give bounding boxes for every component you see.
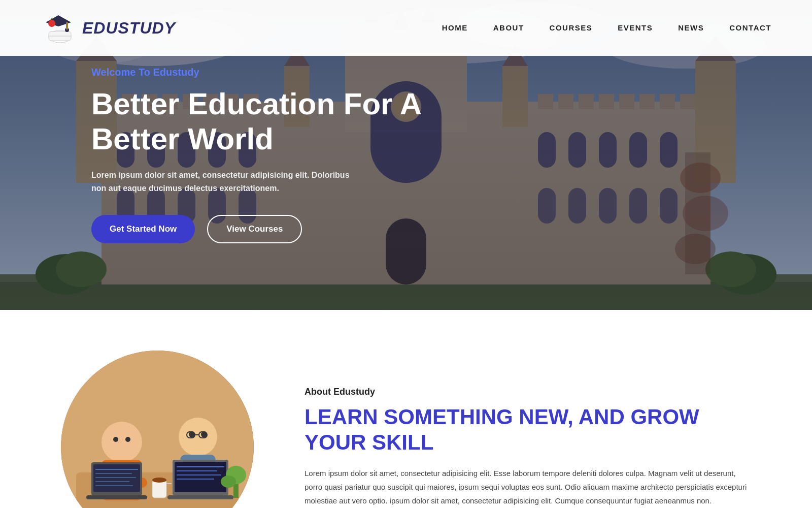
svg-point-95 — [101, 422, 142, 462]
hero-title: Better Education For A Better World — [91, 86, 447, 156]
svg-point-127 — [221, 475, 236, 488]
about-text-content: About Edustudy LEARN SOMETHING NEW, AND … — [304, 387, 751, 508]
nav-item-news[interactable]: NEWS — [678, 23, 704, 33]
nav-item-courses[interactable]: COURSES — [550, 23, 593, 33]
nav-item-about[interactable]: ABOUT — [493, 23, 524, 33]
svg-rect-102 — [86, 495, 147, 499]
hero-description: Lorem ipsum dolor sit amet, consectetur … — [91, 169, 355, 195]
svg-point-96 — [113, 437, 118, 442]
get-started-button[interactable]: Get Started Now — [91, 215, 195, 243]
nav-link-contact[interactable]: CONTACT — [729, 23, 771, 32]
about-heading: LEARN SOMETHING NEW, AND GROW YOUR SKILL — [304, 404, 751, 456]
nav-link-courses[interactable]: COURSES — [550, 23, 593, 32]
logo[interactable]: EDUSTUDY — [41, 10, 176, 46]
hero-subtitle: Welcome To Edustudy — [91, 67, 447, 78]
about-illustration — [61, 351, 254, 508]
view-courses-button[interactable]: View Courses — [207, 215, 302, 243]
logo-icon — [41, 10, 76, 46]
hero-buttons: Get Started Now View Courses — [91, 215, 447, 243]
svg-point-123 — [152, 478, 166, 483]
nav-item-events[interactable]: EVENTS — [618, 23, 653, 33]
navbar: EDUSTUDY HOME ABOUT COURSES EVENTS NEWS … — [0, 0, 812, 56]
svg-point-97 — [125, 437, 130, 442]
nav-item-home[interactable]: HOME — [442, 23, 468, 33]
about-body: Lorem ipsum dolor sit amet, consectetur … — [304, 466, 751, 507]
about-section: About Edustudy LEARN SOMETHING NEW, AND … — [0, 310, 812, 508]
svg-rect-117 — [167, 495, 233, 499]
logo-text: EDUSTUDY — [82, 19, 176, 38]
nav-link-news[interactable]: NEWS — [678, 23, 704, 32]
about-label: About Edustudy — [304, 387, 751, 397]
svg-rect-122 — [152, 480, 166, 498]
nav-link-events[interactable]: EVENTS — [618, 23, 653, 32]
nav-menu: HOME ABOUT COURSES EVENTS NEWS CONTACT — [442, 23, 771, 33]
nav-link-about[interactable]: ABOUT — [493, 23, 524, 32]
nav-link-home[interactable]: HOME — [442, 23, 468, 32]
nav-item-contact[interactable]: CONTACT — [729, 23, 771, 33]
hero-content: Welcome To Edustudy Better Education For… — [91, 67, 447, 243]
svg-point-7 — [48, 20, 55, 27]
svg-point-108 — [179, 418, 217, 456]
about-image — [61, 351, 254, 508]
